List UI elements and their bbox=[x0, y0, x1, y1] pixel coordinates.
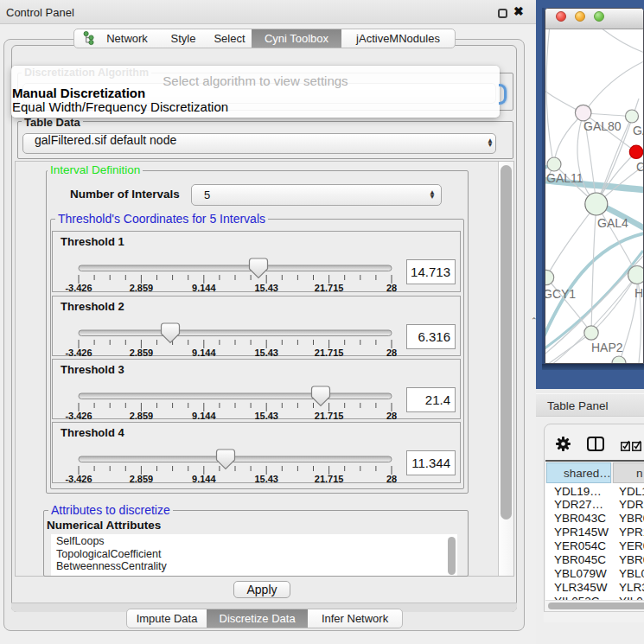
svg-text:28: 28 bbox=[386, 348, 397, 358]
svg-text:-3.426: -3.426 bbox=[65, 283, 92, 293]
svg-text:GA: GA bbox=[633, 124, 643, 137]
svg-text:28: 28 bbox=[386, 283, 397, 293]
svg-text:GCY1: GCY1 bbox=[545, 287, 576, 301]
svg-text:21.715: 21.715 bbox=[315, 474, 344, 484]
svg-text:21.715: 21.715 bbox=[315, 411, 344, 421]
svg-text:15.43: 15.43 bbox=[254, 411, 278, 421]
svg-text:-3.426: -3.426 bbox=[65, 474, 92, 484]
svg-text:15.43: 15.43 bbox=[254, 474, 278, 484]
svg-text:21.715: 21.715 bbox=[315, 283, 344, 293]
svg-text:15.43: 15.43 bbox=[254, 283, 278, 293]
svg-text:HAP2: HAP2 bbox=[591, 341, 623, 354]
svg-text:-3.426: -3.426 bbox=[65, 411, 92, 421]
svg-text:GAL11: GAL11 bbox=[546, 171, 583, 185]
svg-text:2.859: 2.859 bbox=[130, 348, 154, 358]
svg-text:C: C bbox=[636, 160, 643, 174]
svg-text:GAL4: GAL4 bbox=[597, 216, 628, 230]
svg-text:2.859: 2.859 bbox=[130, 474, 154, 484]
svg-text:2.859: 2.859 bbox=[130, 411, 154, 421]
svg-text:9.144: 9.144 bbox=[192, 474, 216, 484]
svg-text:28: 28 bbox=[386, 474, 397, 484]
svg-text:9.144: 9.144 bbox=[192, 411, 216, 421]
svg-text:15.43: 15.43 bbox=[254, 348, 278, 358]
svg-text:-3.426: -3.426 bbox=[65, 348, 92, 358]
svg-text:9.144: 9.144 bbox=[192, 283, 216, 293]
svg-text:28: 28 bbox=[386, 411, 397, 421]
svg-text:21.715: 21.715 bbox=[315, 348, 344, 358]
svg-text:2.859: 2.859 bbox=[130, 283, 154, 293]
svg-text:9.144: 9.144 bbox=[192, 348, 216, 358]
svg-text:H: H bbox=[634, 286, 643, 300]
svg-text:GAL80: GAL80 bbox=[583, 119, 622, 133]
